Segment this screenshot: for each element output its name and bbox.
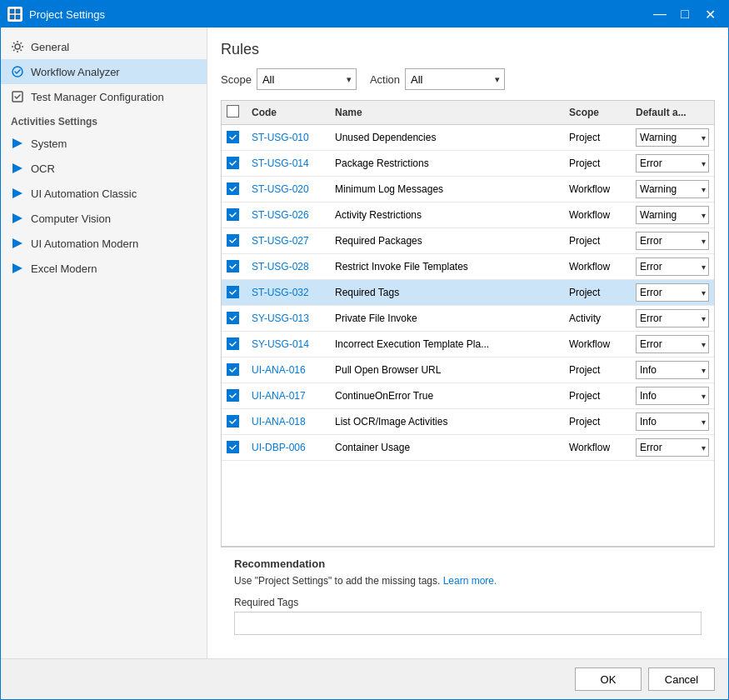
row-scope-7: Activity xyxy=(564,306,631,332)
action-select-8[interactable]: Error Warning Info xyxy=(636,335,709,353)
sidebar-item-ui-automation-classic[interactable]: UI Automation Classic xyxy=(1,181,207,206)
action-select[interactable]: All Error Warning Info xyxy=(405,68,505,90)
code-link-5[interactable]: ST-USG-028 xyxy=(252,261,309,272)
title-bar-left: Project Settings xyxy=(7,7,105,22)
sidebar-item-computer-vision[interactable]: Computer Vision xyxy=(1,206,207,231)
code-link-1[interactable]: ST-USG-014 xyxy=(252,158,309,169)
ui-icon xyxy=(7,7,22,22)
required-tags-input[interactable] xyxy=(234,612,702,635)
code-link-7[interactable]: SY-USG-013 xyxy=(252,312,309,324)
sidebar-item-excel-modern[interactable]: Excel Modern xyxy=(1,256,207,281)
action-select-wrapper-10: Error Warning Info xyxy=(636,387,709,405)
table-row[interactable]: ST-USG-028 Restrict Invoke File Template… xyxy=(222,254,714,280)
action-select-wrapper-3: Error Warning Info xyxy=(636,206,709,224)
row-checkbox-10[interactable] xyxy=(227,389,239,402)
action-select-2[interactable]: Error Warning Info xyxy=(636,180,709,198)
action-select-10[interactable]: Error Warning Info xyxy=(636,387,709,405)
code-link-3[interactable]: ST-USG-026 xyxy=(252,209,309,221)
row-checkbox-9[interactable] xyxy=(227,363,239,376)
learn-more-link[interactable]: Learn more. xyxy=(443,575,497,587)
test-manager-label: Test Manager Configuration xyxy=(31,91,164,103)
select-all-checkbox[interactable] xyxy=(227,105,239,118)
maximize-button[interactable]: □ xyxy=(673,2,697,26)
table-row[interactable]: UI-DBP-006 Container Usage Workflow Erro… xyxy=(222,435,714,461)
action-select-wrapper-12: Error Warning Info xyxy=(636,438,709,457)
code-link-11[interactable]: UI-ANA-018 xyxy=(252,416,306,428)
table-row[interactable]: UI-ANA-016 Pull Open Browser URL Project… xyxy=(222,358,714,383)
table-row[interactable]: SY-USG-014 Incorrect Execution Template … xyxy=(222,332,714,358)
svg-point-4 xyxy=(15,44,20,49)
table-row[interactable]: ST-USG-027 Required Packages Project Err… xyxy=(222,228,714,254)
row-checkbox-3[interactable] xyxy=(227,208,239,221)
minimize-button[interactable]: — xyxy=(648,2,672,26)
sidebar-item-workflow-analyzer[interactable]: Workflow Analyzer xyxy=(1,59,207,84)
action-select-6[interactable]: Error Warning Info xyxy=(636,283,709,302)
th-default: Default a... xyxy=(631,101,714,125)
code-link-2[interactable]: ST-USG-020 xyxy=(252,183,309,195)
row-checkbox-11[interactable] xyxy=(227,415,239,428)
row-scope-9: Project xyxy=(564,358,631,383)
code-link-0[interactable]: ST-USG-010 xyxy=(252,132,309,143)
action-select-4[interactable]: Error Warning Info xyxy=(636,232,709,250)
row-checkbox-6[interactable] xyxy=(227,286,239,298)
arrow-icon-ui-classic xyxy=(11,187,24,200)
action-select-7[interactable]: Error Warning Info xyxy=(636,309,709,328)
row-name-11: List OCR/Image Activities xyxy=(330,409,564,435)
row-checkbox-8[interactable] xyxy=(227,338,239,350)
row-name-10: ContinueOnError True xyxy=(330,383,564,409)
code-link-6[interactable]: ST-USG-032 xyxy=(252,287,309,298)
close-button[interactable]: ✕ xyxy=(698,2,722,26)
row-checkbox-7[interactable] xyxy=(227,312,239,324)
sidebar-item-ui-automation-modern[interactable]: UI Automation Modern xyxy=(1,231,207,256)
code-link-9[interactable]: UI-ANA-016 xyxy=(252,364,306,376)
arrow-icon-excel xyxy=(11,262,24,275)
action-select-12[interactable]: Error Warning Info xyxy=(636,438,709,457)
table-row[interactable]: ST-USG-026 Activity Restrictions Workflo… xyxy=(222,202,714,228)
code-link-4[interactable]: ST-USG-027 xyxy=(252,235,309,247)
test-icon xyxy=(11,90,24,103)
row-checkbox-12[interactable] xyxy=(227,441,239,453)
action-select-3[interactable]: Error Warning Info xyxy=(636,206,709,224)
code-link-12[interactable]: UI-DBP-006 xyxy=(252,442,306,453)
sidebar-item-ocr[interactable]: OCR xyxy=(1,156,207,181)
row-checkbox-1[interactable] xyxy=(227,157,239,169)
row-name-3: Activity Restrictions xyxy=(330,202,564,228)
row-checkbox-5[interactable] xyxy=(227,260,239,272)
row-name-12: Container Usage xyxy=(330,435,564,461)
ui-automation-classic-label: UI Automation Classic xyxy=(31,188,137,200)
table-row[interactable]: ST-USG-010 Unused Dependencies Project E… xyxy=(222,125,714,151)
rules-table-scroll[interactable]: Code Name Scope Default a... ST-USG-010 … xyxy=(222,101,714,546)
rules-table: Code Name Scope Default a... ST-USG-010 … xyxy=(222,101,714,461)
arrow-icon-ocr xyxy=(11,162,24,175)
action-select-5[interactable]: Error Warning Info xyxy=(636,258,709,276)
code-link-10[interactable]: UI-ANA-017 xyxy=(252,390,306,402)
scope-filter-label: Scope xyxy=(221,73,252,86)
cancel-button[interactable]: Cancel xyxy=(648,668,715,691)
action-select-9[interactable]: Error Warning Info xyxy=(636,361,709,379)
table-row[interactable]: UI-ANA-017 ContinueOnError True Project … xyxy=(222,383,714,409)
ok-button[interactable]: OK xyxy=(575,668,642,691)
code-link-8[interactable]: SY-USG-014 xyxy=(252,338,309,350)
sidebar-item-system[interactable]: System xyxy=(1,131,207,156)
row-scope-3: Workflow xyxy=(564,202,631,228)
table-row[interactable]: ST-USG-032 Required Tags Project Error W… xyxy=(222,280,714,306)
action-select-wrapper-9: Error Warning Info xyxy=(636,361,709,379)
table-row[interactable]: UI-ANA-018 List OCR/Image Activities Pro… xyxy=(222,409,714,435)
row-checkbox-4[interactable] xyxy=(227,234,239,247)
action-select-11[interactable]: Error Warning Info xyxy=(636,412,709,431)
sidebar-item-test-manager[interactable]: Test Manager Configuration xyxy=(1,84,207,109)
action-select-1[interactable]: Error Warning Info xyxy=(636,154,709,172)
arrow-icon-system xyxy=(11,137,24,150)
table-row[interactable]: ST-USG-014 Package Restrictions Project … xyxy=(222,151,714,177)
row-name-6: Required Tags xyxy=(330,280,564,306)
project-settings-window: Project Settings — □ ✕ General Wo xyxy=(0,0,729,700)
row-checkbox-2[interactable] xyxy=(227,182,239,195)
sidebar-item-general[interactable]: General xyxy=(1,34,207,59)
row-checkbox-0[interactable] xyxy=(227,131,239,143)
row-name-9: Pull Open Browser URL xyxy=(330,358,564,383)
action-select-0[interactable]: Error Warning Info xyxy=(636,128,709,147)
svg-rect-3 xyxy=(16,15,20,19)
scope-select[interactable]: All Project Workflow Activity xyxy=(257,68,357,90)
table-row[interactable]: ST-USG-020 Minimum Log Messages Workflow… xyxy=(222,177,714,202)
table-row[interactable]: SY-USG-013 Private File Invoke Activity … xyxy=(222,306,714,332)
